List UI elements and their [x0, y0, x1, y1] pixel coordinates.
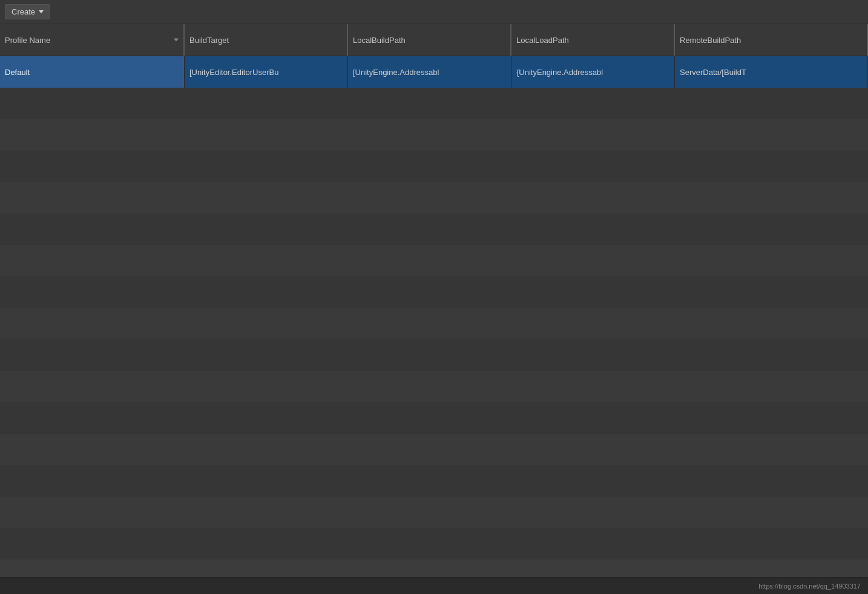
col-header-local-build-path[interactable]: LocalBuildPath [348, 24, 511, 56]
empty-row [0, 151, 868, 182]
empty-row [0, 88, 868, 119]
cell-build-target: [UnityEditor.EditorUserBu [185, 56, 348, 88]
empty-row [0, 402, 868, 434]
table-body: Default [UnityEditor.EditorUserBu [Unity… [0, 56, 868, 577]
empty-row [0, 371, 868, 402]
cell-profile-name: Default [0, 56, 185, 88]
cell-remote-build-path: ServerData/[BuildT [675, 56, 868, 88]
cell-local-load-path: {UnityEngine.Addressabl [511, 56, 675, 88]
status-bar: https://blog.csdn.net/qq_14903317 [0, 577, 868, 594]
col-header-remote-build-path[interactable]: RemoteBuildPath [675, 24, 868, 56]
status-link[interactable]: https://blog.csdn.net/qq_14903317 [758, 583, 861, 590]
empty-row [0, 245, 868, 276]
table-row[interactable]: Default [UnityEditor.EditorUserBu [Unity… [0, 56, 868, 88]
table-header: Profile Name BuildTarget LocalBuildPath … [0, 24, 868, 56]
col-header-local-load-path[interactable]: LocalLoadPath [511, 24, 675, 56]
empty-row [0, 214, 868, 245]
col-header-profile-name[interactable]: Profile Name [0, 24, 185, 56]
chevron-down-icon [39, 10, 44, 13]
empty-row [0, 434, 868, 465]
cell-local-build-path: [UnityEngine.Addressabl [348, 56, 511, 88]
empty-row [0, 119, 868, 151]
create-button[interactable]: Create [5, 4, 50, 19]
empty-row [0, 339, 868, 371]
empty-row [0, 528, 868, 560]
table-container: Profile Name BuildTarget LocalBuildPath … [0, 24, 868, 577]
toolbar: Create [0, 0, 868, 24]
empty-row [0, 182, 868, 214]
col-header-build-target[interactable]: BuildTarget [185, 24, 348, 56]
empty-row [0, 276, 868, 308]
empty-row [0, 465, 868, 497]
empty-row [0, 308, 868, 339]
empty-row [0, 497, 868, 528]
create-label: Create [12, 7, 35, 16]
